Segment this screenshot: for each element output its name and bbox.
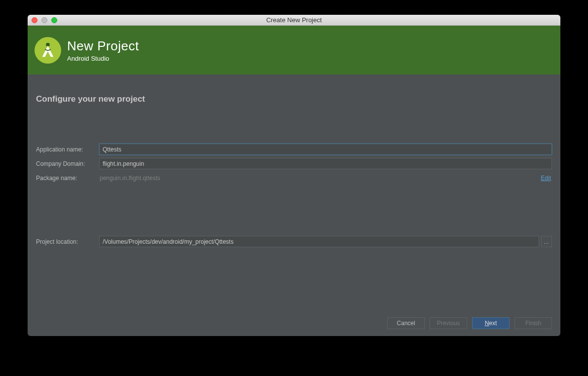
form: Application name: Company Domain: Packag…	[36, 144, 552, 250]
close-button[interactable]	[32, 17, 37, 23]
package-name-value: penguin.in.flight.qttests	[99, 175, 541, 182]
content-area: Configure your new project Application n…	[28, 75, 560, 310]
company-domain-row: Company Domain:	[36, 158, 552, 169]
package-name-label: Package name:	[36, 175, 99, 182]
app-name-row: Application name:	[36, 144, 552, 155]
android-studio-logo-icon	[35, 37, 61, 64]
company-domain-label: Company Domain:	[36, 160, 99, 167]
project-location-group: …	[99, 236, 552, 247]
window-title: Create New Project	[266, 16, 322, 24]
header-title: New Project	[67, 38, 139, 54]
browse-button[interactable]: …	[541, 236, 552, 247]
app-name-label: Application name:	[36, 146, 99, 153]
header-subtitle: Android Studio	[67, 55, 139, 62]
project-location-row: Project location: …	[36, 236, 552, 247]
titlebar[interactable]: Create New Project	[28, 15, 560, 26]
previous-button: Previous	[430, 317, 467, 329]
dialog-window: Create New Project New Project Android S…	[28, 15, 560, 336]
header-banner: New Project Android Studio	[28, 26, 560, 75]
next-suffix: ext	[489, 320, 497, 327]
header-text: New Project Android Studio	[67, 38, 139, 62]
minimize-button	[41, 17, 47, 23]
spacer	[36, 187, 552, 236]
project-location-label: Project location:	[36, 238, 99, 245]
finish-button: Finish	[514, 317, 552, 329]
traffic-lights	[28, 17, 57, 23]
section-title: Configure your new project	[36, 94, 552, 104]
next-button[interactable]: Next	[472, 317, 510, 329]
app-name-input[interactable]	[99, 144, 552, 155]
edit-package-link[interactable]: Edit	[541, 175, 552, 182]
package-name-row: Package name: penguin.in.flight.qttests …	[36, 172, 552, 184]
company-domain-input[interactable]	[99, 158, 552, 169]
project-location-input[interactable]	[99, 236, 539, 247]
maximize-button[interactable]	[51, 17, 57, 23]
cancel-button[interactable]: Cancel	[387, 317, 425, 329]
footer-buttons: Cancel Previous Next Finish	[28, 310, 560, 336]
